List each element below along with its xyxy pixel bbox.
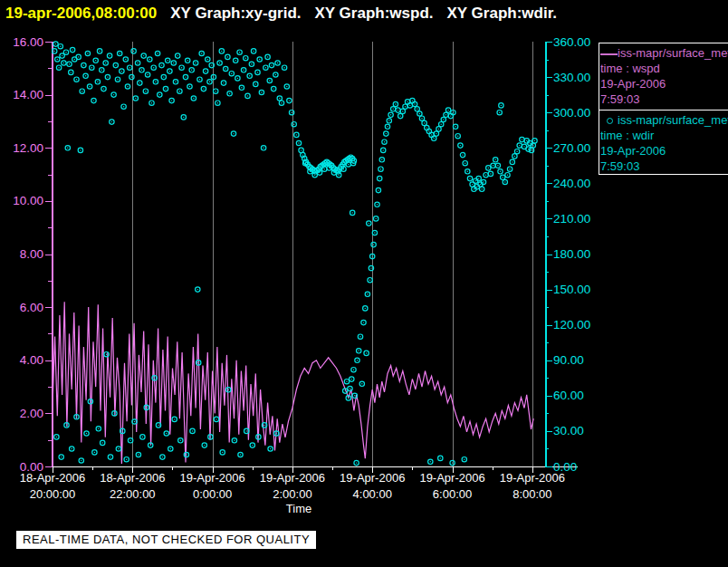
wdir-point-center <box>261 91 262 92</box>
wdir-point-center <box>426 127 427 128</box>
wdir-point-center <box>80 149 81 150</box>
wdir-point-center <box>117 79 118 80</box>
wdir-point-center <box>467 171 468 172</box>
wdir-point-center <box>395 103 396 104</box>
wdir-point-center <box>127 86 128 87</box>
wdir-point-center <box>106 354 107 355</box>
xy-graph-plot[interactable]: 18-Apr-200620:00:0018-Apr-200622:00:0019… <box>0 0 598 534</box>
wdir-circle-symbol <box>607 118 613 124</box>
wdir-point-center <box>237 78 238 79</box>
wdir-point-center <box>354 395 355 396</box>
wdir-point-center <box>243 70 244 71</box>
wdir-point-center <box>351 379 352 380</box>
wdir-point-center <box>495 159 496 160</box>
wdir-point-center <box>239 52 240 53</box>
wdir-point-center <box>111 121 112 122</box>
wdir-point-center <box>428 130 429 131</box>
legend-wspd-name-row: iss-mapr/surface_met <box>600 45 728 61</box>
legend-border-divider <box>599 110 728 111</box>
legend-border-left <box>599 43 599 175</box>
wdir-point-center <box>359 351 359 351</box>
wdir-point-center <box>54 51 55 52</box>
wdir-point-center <box>263 425 264 426</box>
x-tick-time: 0:00:00 <box>193 487 232 501</box>
wdir-point-center <box>369 280 370 281</box>
wdir-point-center <box>359 336 360 337</box>
wdir-point-center <box>87 53 88 53</box>
wdir-point-center <box>174 418 175 419</box>
wdir-point-center <box>135 98 136 99</box>
wdir-point-center <box>83 64 84 65</box>
wdir-point-center <box>252 445 253 446</box>
wdir-point-center <box>95 60 96 61</box>
wdir-point-center <box>177 55 178 56</box>
wdir-point-center <box>373 244 374 245</box>
wdir-point-center <box>125 59 126 60</box>
legend-wspd-field: time : wspd <box>600 61 728 76</box>
wdir-point-center <box>165 88 166 89</box>
wdir-point-center <box>345 390 346 391</box>
right-tick-label: 90.00 <box>553 353 584 367</box>
wdir-point-center <box>157 53 158 53</box>
wdir-point-center <box>531 149 532 150</box>
wdir-point-center <box>419 113 420 114</box>
wdir-point-center <box>298 142 299 143</box>
wdir-point-center <box>314 175 315 176</box>
wdir-point-center <box>265 67 266 68</box>
wdir-point-center <box>348 398 349 399</box>
wdir-point-center <box>263 148 263 149</box>
wdir-point-center <box>126 459 127 460</box>
wdir-point-center <box>131 76 132 77</box>
wdir-point-center <box>324 168 325 169</box>
legend-wdir-name-row: iss-mapr/surface_met <box>600 112 728 128</box>
wdir-point-center <box>482 188 483 189</box>
wdir-point-center <box>63 62 64 63</box>
wdir-point-center <box>158 425 158 426</box>
x-tick-date: 19-Apr-2006 <box>419 471 484 485</box>
rt-display-window: { "window": { "title_clock": "19-apr-200… <box>0 0 728 567</box>
wdir-point-center <box>452 462 453 463</box>
wdir-point-center <box>534 140 535 141</box>
wdir-point-center <box>199 79 200 80</box>
wdir-point-center <box>65 52 66 53</box>
wdir-point-center <box>302 154 303 155</box>
wdir-point-center <box>186 454 187 455</box>
wdir-point-center <box>101 70 102 71</box>
wdir-point-center <box>503 177 503 178</box>
wdir-point-center <box>269 80 270 81</box>
wdir-point-center <box>507 175 508 176</box>
legend-border-top <box>599 43 728 43</box>
left-tick-label: 0.00 <box>20 460 43 474</box>
wdir-point-center <box>123 106 124 107</box>
wdir-point-center <box>387 126 388 127</box>
wdir-point-center <box>241 87 242 88</box>
wdir-point-center <box>180 440 181 441</box>
wdir-point-center <box>361 383 362 384</box>
wdir-point-center <box>187 60 188 61</box>
wdir-point-center <box>86 433 87 434</box>
wdir-point-center <box>430 461 431 462</box>
wdir-point-center <box>412 100 413 101</box>
wdir-point-center <box>304 163 305 164</box>
wdir-point-center <box>216 418 216 419</box>
wdir-point-center <box>480 184 481 185</box>
wdir-point-center <box>129 440 130 441</box>
wdir-point-center <box>450 115 451 116</box>
wdir-point-center <box>483 181 484 182</box>
right-tick-label: 270.00 <box>553 141 590 155</box>
wdir-point-center <box>57 59 58 60</box>
wdir-point-center <box>251 63 252 64</box>
wdir-point-center <box>150 445 151 446</box>
wdir-point-center <box>257 72 258 72</box>
wdir-point-center <box>353 370 354 370</box>
wdir-point-center <box>283 67 284 68</box>
wdir-point-center <box>162 456 163 457</box>
wdir-point-center <box>286 86 287 87</box>
wdir-point-center <box>62 55 62 56</box>
wdir-point-center <box>350 388 350 389</box>
wdir-point-center <box>414 103 415 104</box>
wdir-point-center <box>94 452 95 453</box>
wdir-point-center <box>211 64 212 65</box>
wdir-point-center <box>497 165 498 166</box>
wdir-point-center <box>259 59 260 60</box>
